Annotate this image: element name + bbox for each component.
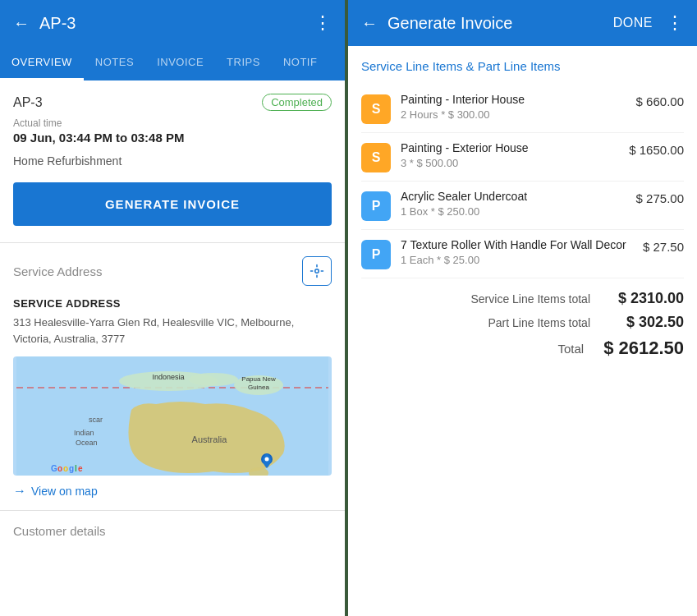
job-type: Home Refurbishment: [13, 154, 332, 168]
line-item-2: P Acrylic Sealer Undercoat 1 Box * $ 250…: [361, 182, 684, 230]
line-item-1: S Painting - Exterior House 3 * $ 500.00…: [361, 133, 684, 182]
done-button[interactable]: DONE: [613, 16, 653, 30]
item-price-2: $ 275.00: [636, 190, 684, 205]
svg-text:l: l: [75, 464, 77, 473]
line-items-section-heading: Service Line Items & Part Line Items: [361, 59, 684, 73]
part-icon-2: P: [361, 191, 391, 221]
item-sub-1: 3 * $ 500.00: [401, 157, 619, 169]
svg-text:Indonesia: Indonesia: [152, 373, 184, 381]
tab-invoice[interactable]: INVOICE: [145, 46, 215, 80]
right-panel: ← Generate Invoice DONE ⋮ Service Line I…: [348, 0, 697, 616]
part-total-value: $ 302.50: [610, 314, 684, 331]
svg-text:e: e: [78, 464, 83, 473]
item-price-1: $ 1650.00: [629, 141, 684, 157]
svg-text:g: g: [69, 464, 74, 473]
job-id: AP-3: [13, 95, 43, 110]
totals-section: Service Line Items total $ 2310.00 Part …: [361, 278, 684, 359]
svg-text:Australia: Australia: [192, 434, 228, 444]
back-arrow-icon[interactable]: ←: [13, 14, 30, 33]
svg-text:Ocean: Ocean: [76, 439, 98, 447]
part-total-row: Part Line Items total $ 302.50: [361, 314, 684, 331]
location-icon-button[interactable]: [302, 256, 332, 286]
part-total-label: Part Line Items total: [488, 316, 590, 329]
item-details-3: 7 Texture Roller With Handle For Wall De…: [401, 238, 633, 266]
item-details-2: Acrylic Sealer Undercoat 1 Box * $ 250.0…: [401, 190, 626, 218]
tab-trips[interactable]: TRIPS: [215, 46, 272, 80]
divider-2: [0, 510, 345, 511]
service-total-row: Service Line Items total $ 2310.00: [361, 290, 684, 307]
right-more-options-icon[interactable]: ⋮: [666, 12, 684, 34]
divider-1: [0, 242, 345, 243]
service-total-label: Service Line Items total: [470, 292, 590, 306]
left-header-title: AP-3: [39, 14, 76, 33]
svg-point-21: [265, 457, 269, 462]
actual-time-value: 09 Jun, 03:44 PM to 03:48 PM: [13, 131, 332, 145]
item-details-1: Painting - Exterior House 3 * $ 500.00: [401, 141, 619, 169]
right-header: ← Generate Invoice DONE ⋮: [348, 0, 697, 46]
right-header-left: ← Generate Invoice: [361, 14, 512, 33]
item-sub-3: 1 Each * $ 25.00: [401, 254, 633, 266]
svg-text:Indian: Indian: [74, 429, 94, 437]
left-header: ← AP-3 ⋮: [0, 0, 345, 46]
item-sub-0: 2 Hours * $ 300.00: [401, 108, 626, 121]
grand-total-value: $ 2612.50: [603, 338, 684, 359]
tab-overview[interactable]: OVERVIEW: [0, 46, 84, 80]
arrow-right-icon: →: [13, 484, 26, 499]
svg-point-4: [189, 373, 238, 386]
left-header-left: ← AP-3: [13, 14, 76, 33]
generate-invoice-button[interactable]: GENERATE INVOICE: [13, 182, 332, 226]
left-panel: ← AP-3 ⋮ OVERVIEW NOTES INVOICE TRIPS NO…: [0, 0, 348, 616]
customer-section-title: Customer details: [13, 524, 106, 538]
customer-section: Customer details: [13, 524, 332, 539]
line-item-0: S Painting - Interior House 2 Hours * $ …: [361, 85, 684, 133]
item-sub-2: 1 Box * $ 250.00: [401, 205, 626, 218]
item-name-2: Acrylic Sealer Undercoat: [401, 190, 626, 203]
status-badge: Completed: [262, 94, 332, 111]
item-price-0: $ 660.00: [636, 93, 684, 108]
left-content: AP-3 Completed Actual time 09 Jun, 03:44…: [0, 80, 345, 616]
service-address-section-header: Service Address: [13, 256, 332, 286]
service-total-value: $ 2310.00: [610, 290, 684, 307]
svg-text:G: G: [51, 464, 57, 473]
line-item-3: P 7 Texture Roller With Handle For Wall …: [361, 230, 684, 278]
service-address-text: 313 Healesville-Yarra Glen Rd, Healesvil…: [13, 315, 332, 347]
svg-point-0: [315, 269, 319, 274]
view-on-map-link[interactable]: → View on map: [13, 484, 332, 499]
svg-text:Guinea: Guinea: [248, 384, 269, 391]
view-on-map-text: View on map: [31, 485, 98, 498]
right-header-title: Generate Invoice: [387, 14, 512, 33]
right-back-arrow-icon[interactable]: ←: [361, 14, 378, 33]
right-content: Service Line Items & Part Line Items S P…: [348, 46, 697, 616]
map-container: scar Indian Ocean Indonesia Papua New Gu…: [13, 356, 332, 476]
line-items-list: S Painting - Interior House 2 Hours * $ …: [361, 85, 684, 278]
grand-total-row: Total $ 2612.50: [361, 338, 684, 359]
svg-text:Papua New: Papua New: [241, 375, 276, 383]
part-icon-3: P: [361, 240, 391, 269]
grand-total-label: Total: [557, 342, 584, 356]
actual-time-label: Actual time: [13, 117, 332, 129]
job-id-row: AP-3 Completed: [13, 94, 332, 111]
svg-text:scar: scar: [89, 416, 103, 424]
item-name-1: Painting - Exterior House: [401, 141, 619, 154]
left-tabs: OVERVIEW NOTES INVOICE TRIPS NOTIF: [0, 46, 345, 80]
service-icon-1: S: [361, 143, 391, 172]
svg-text:o: o: [57, 464, 62, 473]
svg-text:o: o: [63, 464, 68, 473]
location-target-icon: [310, 264, 324, 278]
left-more-options-icon[interactable]: ⋮: [314, 12, 332, 34]
item-details-0: Painting - Interior House 2 Hours * $ 30…: [401, 93, 626, 121]
item-price-3: $ 27.50: [643, 238, 684, 254]
map-svg: scar Indian Ocean Indonesia Papua New Gu…: [13, 356, 332, 476]
item-name-0: Painting - Interior House: [401, 93, 626, 106]
right-header-actions: DONE ⋮: [613, 12, 684, 34]
item-name-3: 7 Texture Roller With Handle For Wall De…: [401, 238, 633, 251]
tab-notes[interactable]: NOTES: [84, 46, 145, 80]
service-address-section-title: Service Address: [13, 264, 102, 278]
service-address-label: SERVICE ADDRESS: [13, 297, 332, 310]
service-icon-0: S: [361, 94, 391, 124]
tab-notif[interactable]: NOTIF: [272, 46, 329, 80]
